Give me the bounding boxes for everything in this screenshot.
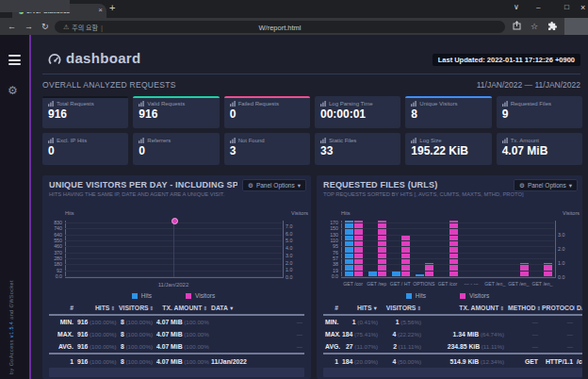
bookmark-star-icon[interactable]: ☆	[531, 22, 538, 31]
panel-subtitle: TOP REQUESTS SORTED BY HITS [, AVGTS, CU…	[323, 191, 524, 197]
maximize-button[interactable]: □	[564, 3, 569, 11]
legend-item-visitors[interactable]: Visitors	[460, 292, 489, 299]
stat-card: Unique Visitors8	[405, 96, 491, 128]
stat-card-value: 0	[48, 144, 122, 157]
minimize-button[interactable]: –	[536, 3, 540, 11]
sort-icon[interactable]: ⇕	[416, 305, 421, 311]
requests-table: #HITS▼VISITORS⇕TX. AMOUNT⇕METHOD⇕PROTOCO…	[323, 302, 582, 370]
sort-icon[interactable]: ⇕	[110, 305, 115, 311]
bar-chart-icon	[411, 101, 416, 107]
url-text[interactable]: W/report.html	[55, 24, 505, 32]
gridline	[341, 246, 554, 247]
visitors-data-point[interactable]	[172, 218, 178, 224]
gear-icon: ⚙	[519, 182, 525, 190]
column-header-visitors[interactable]: VISITORS⇕	[117, 305, 155, 311]
bar-chart-icon	[502, 101, 508, 107]
data-cell: 11/Jan/2022	[209, 358, 304, 365]
browser-navbar: ← → ↻ ⚠ 주의 요함 | W/report.html ☆	[0, 18, 588, 35]
back-icon[interactable]: ←	[8, 22, 16, 31]
legend-item-hits[interactable]: Hits	[132, 292, 152, 299]
panel-options-button[interactable]: ⚙ Panel Options ▾	[242, 179, 306, 191]
summary-cell: 2 (11.11%)	[380, 343, 423, 350]
left-axis-title: Hits	[65, 210, 74, 216]
tab-close-icon[interactable]: ×	[98, 6, 103, 14]
bar-chart-icon	[48, 101, 54, 107]
summary-cell: 27 (11.07%)	[340, 343, 380, 350]
summary-row-label: AVG.	[49, 343, 75, 350]
stat-card-label: Log Parsing Time	[320, 101, 395, 107]
right-axis-title: Visitors	[291, 210, 308, 216]
summary-cell: 8 (100.00%)	[117, 343, 155, 350]
credit-prefix: by GoAccess	[8, 339, 14, 374]
extensions-icon[interactable]	[548, 22, 557, 30]
sort-icon[interactable]: ⇕	[499, 305, 504, 311]
y-axis-tick-label: 150	[330, 225, 338, 231]
legend-item-hits[interactable]: Hits	[406, 292, 426, 299]
panel-title: UNIQUE VISITORS PER DAY - INCLUDING SPID…	[49, 180, 237, 190]
summary-row-label: MIN.	[323, 319, 340, 325]
summary-cell: 1.34 MiB (64.74%)	[423, 331, 506, 338]
stat-card: Total Requests916	[42, 96, 128, 128]
stat-card: Valid Requests916	[133, 96, 219, 128]
left-axis-title: Hits	[341, 210, 350, 216]
share-icon[interactable]	[513, 21, 521, 30]
column-header-hits[interactable]: HITS⇕	[75, 305, 117, 311]
reload-icon[interactable]: ↻	[41, 22, 49, 31]
column-header-protocol[interactable]: PROTOCOL⇕	[540, 305, 575, 311]
stat-card-label: Not Found	[230, 138, 304, 143]
column-header-data[interactable]: DATA▼	[209, 305, 304, 311]
bar-chart-icon	[48, 138, 54, 143]
column-header-visitors[interactable]: VISITORS⇕	[380, 305, 423, 311]
requests-chart: 17015013011095765738190.03.02.01.00.0Hit…	[317, 207, 582, 300]
profile-area[interactable]	[564, 18, 588, 35]
menu-icon[interactable]	[8, 55, 21, 68]
caret-down-icon: ▾	[298, 182, 301, 190]
stat-card-label-text: Log Parsing Time	[329, 101, 373, 107]
credit-version[interactable]: v1.5.4	[8, 321, 14, 338]
legend-swatch	[406, 293, 412, 299]
chart-legend: HitsVisitors	[65, 292, 282, 299]
credit-suffix[interactable]: GWSocket	[8, 280, 14, 307]
stat-card-label: Excl. IP Hits	[48, 138, 122, 143]
legend-swatch	[460, 293, 466, 299]
forward-icon[interactable]: →	[24, 22, 33, 31]
legend-label: Visitors	[195, 292, 215, 299]
legend-item-visitors[interactable]: Visitors	[186, 292, 215, 299]
sort-icon[interactable]: ⇕	[203, 305, 207, 311]
column-header-#: #	[323, 305, 340, 311]
summary-cell: —	[506, 331, 540, 338]
column-header-txamount[interactable]: TX. AMOUNT⇕	[423, 305, 506, 311]
data-cell: /co	[575, 358, 582, 365]
sort-icon[interactable]: ⇕	[150, 305, 155, 311]
y-axis-tick-label: 1.0	[558, 260, 564, 266]
gridline	[341, 276, 554, 277]
sort-icon[interactable]: ▼	[229, 305, 234, 311]
y-axis-tick-label: 0.0	[286, 274, 292, 280]
stat-card: Referrers0	[133, 133, 219, 165]
column-header-method[interactable]: METHOD⇕	[506, 305, 540, 311]
column-header-hits[interactable]: HITS▼	[340, 305, 380, 311]
row-number: 1	[323, 358, 340, 365]
summary-cell: —	[506, 343, 540, 350]
address-bar[interactable]: ⚠ 주의 요함 | W/report.html	[55, 21, 505, 33]
chart-legend: HitsVisitors	[341, 292, 554, 299]
close-button[interactable]: ×	[580, 3, 585, 12]
column-header-txamount[interactable]: TX. AMOUNT⇕	[155, 305, 209, 311]
x-axis-label: 11/Jan/2022	[65, 282, 282, 288]
stat-card-value: 8	[411, 107, 485, 121]
stat-card-label: Tx. Amount	[502, 138, 577, 143]
y-axis-tick-label: 6.0	[286, 231, 292, 237]
settings-gear-icon[interactable]: ⚙	[8, 84, 18, 97]
y-axis-tick-label: 95	[333, 243, 338, 249]
screen: erver Statistics × + ∨ – □ × ← → ↻ ⚠ 주의 …	[0, 0, 588, 379]
new-tab-button[interactable]: +	[109, 2, 115, 13]
sort-icon[interactable]: ▼	[373, 305, 378, 311]
overview-date-range: 11/JAN/2022 — 11/JAN/2022	[477, 80, 580, 90]
summary-cell: 1 (5.56%)	[380, 319, 423, 325]
y-axis-tick-label: 92	[57, 268, 62, 273]
summary-cell: 8 (100.00%)	[117, 319, 155, 325]
tab-search-icon[interactable]: ∨	[514, 3, 519, 11]
bar-chart-icon	[230, 138, 236, 143]
panel-options-button[interactable]: ⚙ Panel Options ▾	[514, 179, 578, 191]
summary-cell: 4.07 MiB (100.00%)	[155, 343, 209, 350]
